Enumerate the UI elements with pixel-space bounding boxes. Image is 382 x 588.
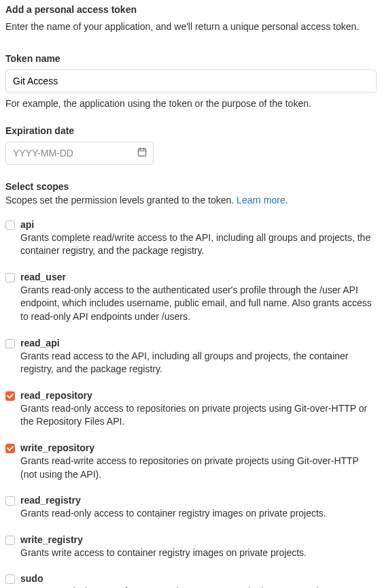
expiration-input[interactable] xyxy=(5,142,154,165)
scope-name: write_registry xyxy=(20,534,377,545)
scopes-label: Select scopes xyxy=(5,181,69,192)
scopes-description: Scopes set the permission levels granted… xyxy=(5,195,377,206)
page-title: Add a personal access token xyxy=(5,4,377,15)
scope-checkbox-read_repository[interactable] xyxy=(5,391,15,401)
scope-name: api xyxy=(20,219,377,230)
scope-checkbox-sudo[interactable] xyxy=(5,574,15,584)
scope-checkbox-write_registry[interactable] xyxy=(5,536,15,545)
scope-checkbox-read_api[interactable] xyxy=(5,339,15,348)
scope-row-read_user: read_userGrants read-only access to the … xyxy=(5,272,377,324)
scope-description: Grants read access to the API, including… xyxy=(20,350,377,376)
token-name-help: For example, the application using the t… xyxy=(5,98,377,109)
scope-row-write_repository: write_repositoryGrants read-write access… xyxy=(5,442,377,481)
scope-row-sudo: sudoGrants permission to perform API act… xyxy=(5,573,377,588)
scope-description: Grants read-only access to the authentic… xyxy=(20,284,377,324)
scope-checkbox-read_registry[interactable] xyxy=(5,496,15,506)
scope-name: read_user xyxy=(20,272,377,282)
scope-name: read_api xyxy=(20,338,377,348)
scopes-list: apiGrants complete read/write access to … xyxy=(5,219,377,588)
scope-description: Grants read-write access to repositories… xyxy=(20,455,377,481)
scope-name: write_repository xyxy=(20,442,377,453)
expiration-label: Expiration date xyxy=(5,125,377,136)
page-description: Enter the name of your application, and … xyxy=(5,20,377,34)
scope-checkbox-read_user[interactable] xyxy=(5,273,15,282)
scope-description: Grants complete read/write access to the… xyxy=(20,231,377,258)
scope-description: Grants read-only access to container reg… xyxy=(20,507,377,521)
token-name-label: Token name xyxy=(5,53,377,64)
scope-name: read_repository xyxy=(20,390,377,401)
token-name-input[interactable] xyxy=(5,69,377,93)
scope-checkbox-api[interactable] xyxy=(5,220,15,230)
scope-row-read_repository: read_repositoryGrants read-only access t… xyxy=(5,390,377,429)
scope-description: Grants read-only access to repositories … xyxy=(20,402,377,429)
scope-row-read_api: read_apiGrants read access to the API, i… xyxy=(5,338,377,376)
learn-more-link[interactable]: Learn more. xyxy=(237,195,288,206)
scope-name: sudo xyxy=(20,573,377,584)
scope-checkbox-write_repository[interactable] xyxy=(5,444,15,453)
scope-row-read_registry: read_registryGrants read-only access to … xyxy=(5,495,377,521)
scope-description: Grants write access to container registr… xyxy=(20,546,377,560)
scope-name: read_registry xyxy=(20,495,377,506)
scope-row-api: apiGrants complete read/write access to … xyxy=(5,219,377,258)
scope-row-write_registry: write_registryGrants write access to con… xyxy=(5,534,377,560)
scope-description: Grants permission to perform API actions… xyxy=(20,585,377,588)
